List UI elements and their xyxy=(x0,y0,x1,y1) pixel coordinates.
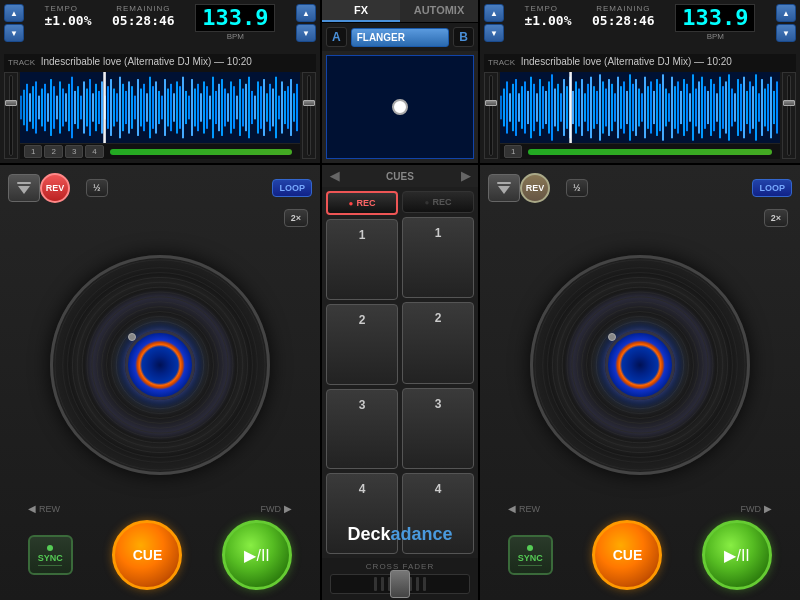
svg-rect-90 xyxy=(290,79,292,136)
svg-rect-81 xyxy=(263,79,265,136)
rec-left-btn[interactable]: ● REC xyxy=(326,191,398,215)
deck-right-pitch-track-right xyxy=(787,75,791,156)
deck-left-half-btn[interactable]: ½ xyxy=(86,179,108,197)
deck-left-x2-btn[interactable]: 2× xyxy=(284,209,308,227)
fx-xy-pad[interactable] xyxy=(326,55,474,159)
deck-right-up2-btn[interactable]: ▲ xyxy=(776,4,796,22)
svg-rect-65 xyxy=(215,91,217,124)
svg-rect-40 xyxy=(140,89,142,127)
deck-right-track-info: TRACK Indescribable love (Alternative DJ… xyxy=(484,54,796,72)
deck-left-track-info: TRACK Indescribable love (Alternative DJ… xyxy=(4,54,316,72)
svg-rect-25 xyxy=(95,84,97,131)
cues-right-arrow-icon[interactable]: ▶ xyxy=(461,169,470,183)
svg-rect-180 xyxy=(758,93,760,121)
deck-right-pitch-slider-right[interactable] xyxy=(782,72,796,159)
cue-left-3-btn[interactable]: 3 xyxy=(326,389,398,470)
deck-left-pitch-slider-left[interactable] xyxy=(4,72,18,159)
deck-right-play-btn[interactable]: ▶/II xyxy=(702,520,772,590)
svg-rect-129 xyxy=(605,89,607,127)
svg-rect-49 xyxy=(167,89,169,127)
deck-right-cue-btn[interactable]: CUE xyxy=(592,520,662,590)
deck-left-up2-btn[interactable]: ▲ xyxy=(296,4,316,22)
deck-left-up-btn[interactable]: ▲ xyxy=(4,4,24,22)
deck-right-half-btn[interactable]: ½ xyxy=(566,179,588,197)
deck-right-rev-btn[interactable]: REV xyxy=(520,173,550,203)
svg-rect-123 xyxy=(587,84,589,131)
deck-left-cue-marker-2[interactable]: 2 xyxy=(44,145,62,158)
svg-rect-108 xyxy=(542,86,544,129)
fader-line-7 xyxy=(416,577,419,591)
fx-tab[interactable]: FX xyxy=(322,0,400,22)
svg-rect-184 xyxy=(770,77,772,139)
deck-right-progress-line xyxy=(570,72,572,143)
deck-left-loop-btn[interactable]: LOOP xyxy=(272,179,312,197)
svg-rect-12 xyxy=(56,96,58,120)
svg-rect-95 xyxy=(503,89,505,127)
fx-effect-select[interactable]: FLANGER xyxy=(351,28,450,47)
deck-left-controls-top: REV ½ LOOP xyxy=(8,173,312,203)
top-section: ▲ ▼ TEMPO ±1.00% REMAINING 05:28:46 133.… xyxy=(0,0,800,165)
svg-rect-74 xyxy=(242,89,244,127)
deck-left-pitch-track-right xyxy=(307,75,311,156)
automix-tab[interactable]: AUTOMIX xyxy=(400,0,478,22)
svg-rect-85 xyxy=(275,77,277,139)
deck-right-down-btn[interactable]: ▼ xyxy=(484,24,504,42)
cue-left-2-btn[interactable]: 2 xyxy=(326,304,398,385)
cross-fader-track[interactable] xyxy=(330,574,470,594)
deck-left-pitch-slider-right[interactable] xyxy=(302,72,316,159)
deck-left-cue-marker-3[interactable]: 3 xyxy=(65,145,83,158)
cue-left-1-btn[interactable]: 1 xyxy=(326,219,398,300)
deck-left-rev-btn[interactable]: REV xyxy=(40,173,70,203)
svg-rect-0 xyxy=(20,96,22,120)
deck-right-eject-btn[interactable] xyxy=(488,174,520,202)
deck-left-sync-btn[interactable]: SYNC xyxy=(28,535,73,575)
svg-rect-92 xyxy=(296,84,298,131)
svg-rect-101 xyxy=(521,86,523,129)
fx-deck-b-label: B xyxy=(453,27,474,47)
deck-left-eject-btn[interactable] xyxy=(8,174,40,202)
deck-right-down2-btn[interactable]: ▼ xyxy=(776,24,796,42)
deck-left-turntable-center xyxy=(125,330,195,400)
deck-left-turntable[interactable] xyxy=(50,255,270,475)
deck-right-loop-btn[interactable]: LOOP xyxy=(752,179,792,197)
cues-left-arrow-icon[interactable]: ◀ xyxy=(330,169,339,183)
deck-right-track-name: Indescribable love (Alternative DJ Mix) … xyxy=(521,56,732,67)
svg-rect-178 xyxy=(752,86,754,129)
deck-right-sync-btn[interactable]: SYNC xyxy=(508,535,553,575)
svg-rect-179 xyxy=(755,74,757,140)
svg-rect-4 xyxy=(32,86,34,129)
svg-rect-45 xyxy=(155,81,157,133)
deck-right-turntable[interactable] xyxy=(530,255,750,475)
deck-left-rew-fwd: ◀ REW FWD ▶ xyxy=(8,503,312,514)
cue-right-2-btn[interactable]: 2 xyxy=(402,302,474,383)
svg-rect-157 xyxy=(689,93,691,121)
deck-left-fwd-arrow-icon: ▶ xyxy=(284,503,292,514)
svg-rect-141 xyxy=(641,93,643,121)
deck-left-cue-btn[interactable]: CUE xyxy=(112,520,182,590)
deck-right-nav: ▲ ▼ xyxy=(484,4,504,42)
deck-left-down-btn[interactable]: ▼ xyxy=(4,24,24,42)
svg-rect-121 xyxy=(581,79,583,136)
deck-left-play-btn[interactable]: ▶/II xyxy=(222,520,292,590)
deck-left-down2-btn[interactable]: ▼ xyxy=(296,24,316,42)
svg-rect-71 xyxy=(233,86,235,129)
deck-right-rew-text: REW xyxy=(519,504,540,514)
svg-rect-167 xyxy=(719,77,721,139)
svg-rect-114 xyxy=(560,93,562,121)
rec-right-btn[interactable]: ● REC xyxy=(402,191,474,213)
deck-right-up-btn[interactable]: ▲ xyxy=(484,4,504,22)
cue-right-3-btn[interactable]: 3 xyxy=(402,388,474,469)
deck-right-pitch-slider-left[interactable] xyxy=(484,72,498,159)
svg-rect-183 xyxy=(767,84,769,131)
deck-left-cue-marker-1[interactable]: 1 xyxy=(24,145,42,158)
deck-left-cue-marker-4[interactable]: 4 xyxy=(85,145,103,158)
cue-right-1-btn[interactable]: 1 xyxy=(402,217,474,298)
deck-right-controls-top: REV ½ LOOP xyxy=(488,173,792,203)
svg-rect-39 xyxy=(137,79,139,136)
svg-rect-139 xyxy=(635,79,637,136)
center-cues-panel: ◀ CUES ▶ ● REC 1 2 3 4 xyxy=(320,165,480,600)
deck-right-cue-marker-1[interactable]: 1 xyxy=(504,145,522,158)
cross-fader-thumb[interactable] xyxy=(390,570,410,598)
deck-left-rew-arrow-icon: ◀ xyxy=(28,503,36,514)
deck-right-x2-btn[interactable]: 2× xyxy=(764,209,788,227)
